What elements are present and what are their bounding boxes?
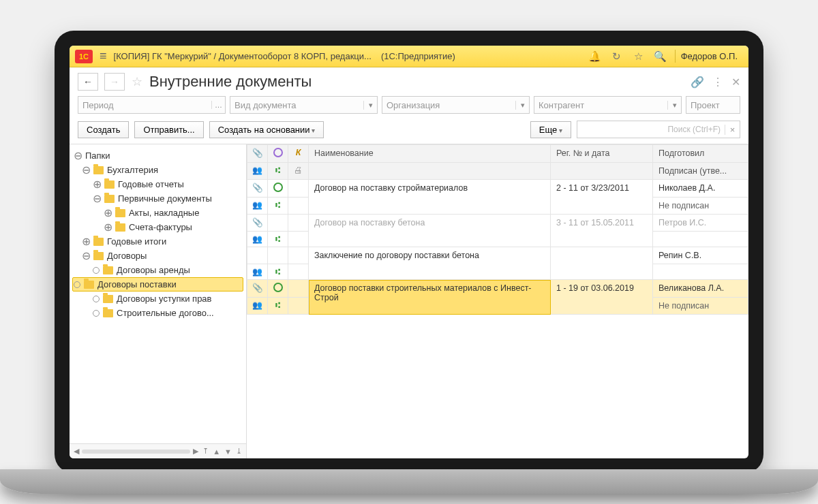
folder-icon <box>104 180 115 189</box>
expand-icon[interactable]: ⊕ <box>82 238 90 245</box>
expand-icon[interactable]: ⊖ <box>82 253 90 259</box>
app-topbar: 1C ≡ [КОПИЯ] ГК "Меркурий" / Документооб… <box>70 46 748 67</box>
folder-icon <box>103 266 113 274</box>
tree-node[interactable]: Договоры поставки <box>72 277 243 292</box>
chevron-down-icon[interactable]: ▾ <box>363 101 377 110</box>
print-icon: 🖨 <box>294 166 303 175</box>
status-ring-icon <box>273 148 283 157</box>
cell-author: Великанова Л.А. <box>653 280 748 298</box>
col-people[interactable]: 👥 <box>247 163 268 180</box>
folder-icon <box>84 281 94 289</box>
tree-root[interactable]: ⊖ Папки <box>72 148 243 163</box>
folder-tree: ⊖ Папки ⊖Бухгалтерия⊕Годовые отчеты⊖Перв… <box>70 144 247 458</box>
action-bar: Создать Отправить... Создать на основани… <box>70 118 748 144</box>
table-header-row-2: 👥 ⑆ 🖨 Подписан (утве... <box>247 163 748 180</box>
cell-author: Репин С.В. <box>653 247 748 264</box>
expand-icon[interactable]: ⊕ <box>93 181 101 188</box>
radio-icon <box>74 281 80 288</box>
tree-node[interactable]: ⊕Годовые итоги <box>72 234 243 249</box>
period-picker-icon[interactable]: … <box>211 101 225 109</box>
close-icon[interactable]: ✕ <box>731 76 740 89</box>
col-status[interactable] <box>268 145 288 163</box>
k-label: К <box>296 148 301 157</box>
search-box[interactable]: × <box>577 121 740 138</box>
folder-icon <box>115 209 125 217</box>
filter-period[interactable]: Период… <box>78 96 226 114</box>
nav-back-button[interactable]: ← <box>78 73 98 91</box>
tree-node-label: Строительные догово... <box>117 308 214 318</box>
folder-icon <box>93 166 104 174</box>
tree-node-label: Годовые итоги <box>107 236 166 247</box>
col-attach[interactable]: 📎 <box>247 145 268 163</box>
cell-author: Петров И.С. <box>653 215 748 232</box>
cell-signed <box>653 232 748 247</box>
favorite-toggle[interactable]: ☆ <box>132 74 142 89</box>
paperclip-icon: 📎 <box>252 148 263 158</box>
people-icon: 👥 <box>252 267 262 277</box>
tree-node[interactable]: Строительные догово... <box>72 306 243 320</box>
expand-icon[interactable]: ⊖ <box>93 195 101 202</box>
clear-search-icon[interactable]: × <box>725 125 740 135</box>
tree-node[interactable]: ⊕Годовые отчеты <box>72 177 243 191</box>
table-row[interactable]: Заключение по договору поставки бетонаРе… <box>247 247 748 264</box>
col-print[interactable]: 🖨 <box>288 163 309 180</box>
col-author[interactable]: Подготовил <box>653 145 748 163</box>
link-icon[interactable]: 🔗 <box>691 76 704 89</box>
star-icon[interactable]: ☆ <box>631 50 646 63</box>
status-ring-icon <box>273 283 283 292</box>
col-hierarchy[interactable]: ⑆ <box>268 163 288 180</box>
search-icon[interactable]: 🔍 <box>653 50 668 63</box>
radio-icon <box>93 296 100 302</box>
tree-node[interactable]: ⊖Договоры <box>72 249 243 263</box>
collapse-all-icon[interactable]: ⤒ <box>201 447 210 456</box>
bell-icon[interactable]: 🔔 <box>588 50 603 63</box>
hierarchy-icon: ⑆ <box>275 200 280 210</box>
scroll-right-icon[interactable]: ▶ <box>192 447 200 456</box>
expand-icon[interactable]: ⊖ <box>82 167 90 174</box>
filter-counterparty[interactable]: Контрагент▾ <box>534 96 682 114</box>
logo-1c: 1C <box>75 50 93 63</box>
scroll-left-icon[interactable]: ◀ <box>72 447 80 456</box>
table-row[interactable]: 📎Договор поставки строительных материало… <box>247 280 748 298</box>
col-reg[interactable]: Рег. № и дата <box>551 145 653 163</box>
history-icon[interactable]: ↻ <box>609 50 624 63</box>
more-button[interactable]: Еще <box>530 121 571 138</box>
filter-project[interactable]: Проект <box>686 96 740 114</box>
level-up-icon[interactable]: ▲ <box>211 447 222 456</box>
create-button[interactable]: Создать <box>78 121 129 138</box>
filter-org[interactable]: Организация▾ <box>382 96 530 114</box>
tree-node-label: Договоры уступки прав <box>117 294 212 304</box>
menu-icon[interactable]: ≡ <box>100 49 107 63</box>
expand-icon[interactable]: ⊕ <box>104 210 112 217</box>
send-button[interactable]: Отправить... <box>134 121 203 138</box>
expand-icon[interactable]: ⊕ <box>104 224 112 231</box>
table-row[interactable]: 📎Договор на поставку стройматериалов2 - … <box>247 180 748 198</box>
kebab-icon[interactable]: ⋮ <box>712 76 723 89</box>
nav-forward-button[interactable]: → <box>104 73 125 91</box>
tree-node-label: Договоры <box>107 251 147 261</box>
create-based-button[interactable]: Создать на основании <box>209 121 324 138</box>
chevron-down-icon[interactable]: ▾ <box>515 101 529 110</box>
current-user[interactable]: Федоров О.П. <box>675 50 743 63</box>
tree-node[interactable]: Договоры аренды <box>72 263 243 277</box>
chevron-down-icon[interactable]: ▾ <box>667 101 681 110</box>
tree-node[interactable]: ⊕Счета-фактуры <box>72 220 243 234</box>
col-k[interactable]: К <box>288 145 309 163</box>
col-name[interactable]: Наименование <box>309 145 551 163</box>
level-down-icon[interactable]: ▼ <box>223 447 233 456</box>
people-icon: 👥 <box>252 234 262 244</box>
laptop-frame: 1C ≡ [КОПИЯ] ГК "Меркурий" / Документооб… <box>55 31 763 473</box>
tree-node[interactable]: Договоры уступки прав <box>72 292 243 306</box>
expand-all-icon[interactable]: ⤓ <box>234 447 243 456</box>
tree-footer: ◀ ▶ ⤒ ▲ ▼ ⤓ <box>70 443 246 458</box>
search-input[interactable] <box>577 125 725 134</box>
tree-node[interactable]: ⊖Бухгалтерия <box>72 163 243 177</box>
tree-node[interactable]: ⊕Акты, накладные <box>72 206 243 220</box>
collapse-icon[interactable]: ⊖ <box>74 153 82 159</box>
cell-signed: Не подписан <box>653 298 748 315</box>
table-row[interactable]: 📎Договор на поставку бетона3 - 11 от 15.… <box>247 215 748 232</box>
col-signed[interactable]: Подписан (утве... <box>653 163 748 180</box>
filter-doctype[interactable]: Вид документа▾ <box>230 96 378 114</box>
page-header: ← → ☆ Внутренние документы 🔗 ⋮ ✕ <box>70 67 748 96</box>
tree-node[interactable]: ⊖Первичные документы <box>72 191 243 206</box>
